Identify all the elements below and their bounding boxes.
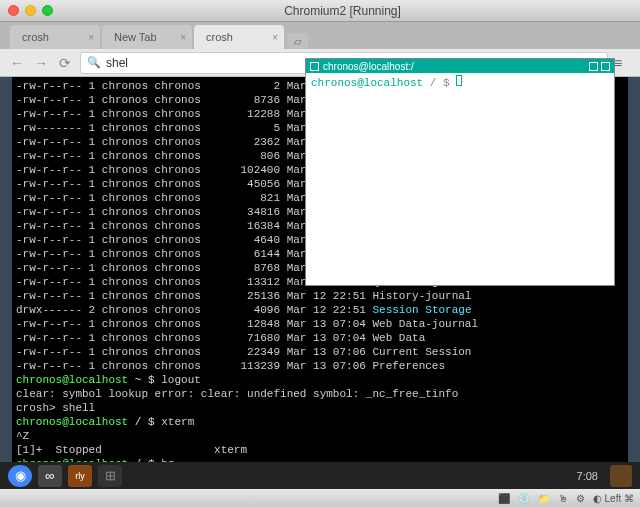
- xterm-prompt-path: / $: [423, 77, 456, 89]
- xterm-prompt-user: chronos@localhost: [311, 77, 423, 89]
- status-icon: 💿: [518, 493, 530, 504]
- host-key: ◐ Left ⌘: [593, 493, 634, 504]
- tabs-row: crosh × New Tab × crosh × ▱: [0, 22, 640, 49]
- app-icon[interactable]: rly: [68, 465, 92, 487]
- window-title: Chromium2 [Running]: [53, 4, 632, 18]
- vm-statusbar: ⬛ 💿 📁 🖱 ⚙ ◐ Left ⌘: [0, 489, 640, 507]
- tab-label: crosh: [206, 31, 233, 43]
- tab-label: New Tab: [114, 31, 157, 43]
- browser-tab[interactable]: crosh ×: [10, 25, 100, 49]
- clock[interactable]: 7:08: [577, 470, 598, 482]
- xterm-window[interactable]: chronos@localhost:/ chronos@localhost / …: [305, 58, 615, 286]
- search-icon: 🔍: [87, 56, 101, 69]
- app-icon[interactable]: ∞: [38, 465, 62, 487]
- xterm-titlebar[interactable]: chronos@localhost:/: [306, 59, 614, 73]
- browser-tab-active[interactable]: crosh ×: [194, 25, 284, 49]
- avatar[interactable]: [610, 465, 632, 487]
- close-button[interactable]: [8, 5, 19, 16]
- new-tab-button[interactable]: ▱: [288, 33, 308, 49]
- xterm-body[interactable]: chronos@localhost / $: [306, 73, 614, 91]
- taskbar: ◉ ∞ rly ⊞ 7:08: [0, 462, 640, 489]
- close-icon[interactable]: ×: [180, 32, 186, 43]
- minimize-button[interactable]: [25, 5, 36, 16]
- back-button[interactable]: ←: [8, 54, 26, 72]
- tab-label: crosh: [22, 31, 49, 43]
- status-icon: 📁: [538, 493, 550, 504]
- xterm-title: chronos@localhost:/: [323, 61, 414, 72]
- status-icon: 🖱: [558, 493, 568, 504]
- xterm-menu-icon[interactable]: [310, 62, 319, 71]
- chrome-icon[interactable]: ◉: [8, 465, 32, 487]
- maximize-button[interactable]: [42, 5, 53, 16]
- mac-titlebar: Chromium2 [Running]: [0, 0, 640, 22]
- cursor-icon: [456, 75, 462, 86]
- forward-button[interactable]: →: [32, 54, 50, 72]
- status-icon: ⚙: [576, 493, 585, 504]
- apps-grid-icon[interactable]: ⊞: [98, 465, 122, 487]
- xterm-resize-icon[interactable]: [601, 62, 610, 71]
- status-icon: ⬛: [498, 493, 510, 504]
- close-icon[interactable]: ×: [88, 32, 94, 43]
- close-icon[interactable]: ×: [272, 32, 278, 43]
- traffic-lights: [8, 5, 53, 16]
- xterm-iconify-icon[interactable]: [589, 62, 598, 71]
- reload-button[interactable]: ⟳: [56, 54, 74, 72]
- menu-button[interactable]: ≡: [614, 55, 632, 71]
- browser-tab[interactable]: New Tab ×: [102, 25, 192, 49]
